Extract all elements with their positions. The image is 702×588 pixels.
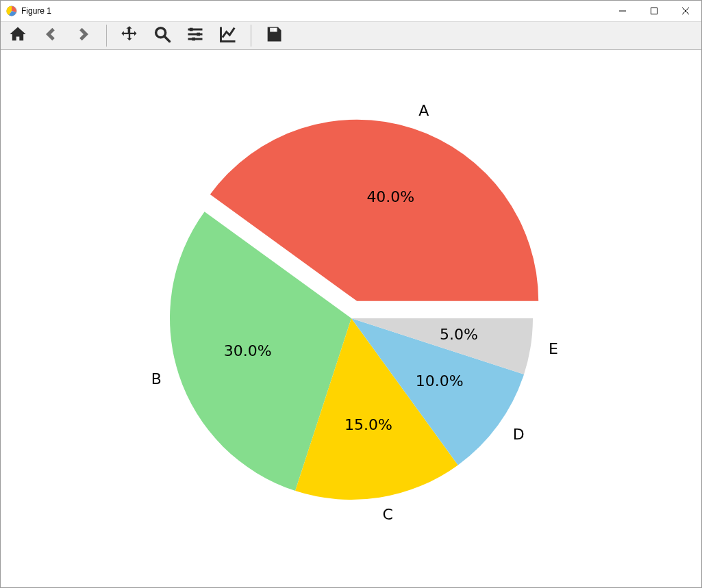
arrow-right-icon: [74, 25, 93, 47]
pie-label-C: C: [383, 506, 393, 523]
save-button[interactable]: [262, 24, 286, 47]
sliders-icon: [186, 25, 205, 47]
zoom-icon: [153, 25, 172, 47]
back-button[interactable]: [39, 24, 62, 47]
arrow-left-icon: [41, 25, 60, 47]
chart-canvas[interactable]: 40.0%A30.0%B15.0%C10.0%D5.0%E: [1, 50, 701, 587]
figure-window: Figure 1: [0, 0, 702, 588]
svg-rect-5: [192, 38, 195, 41]
forward-button[interactable]: [72, 24, 95, 47]
pie-label-A: A: [418, 102, 429, 119]
axes-button[interactable]: [216, 24, 240, 47]
pie-label-B: B: [151, 370, 162, 387]
configure-button[interactable]: [184, 24, 207, 47]
pan-button[interactable]: [118, 24, 141, 47]
toolbar: [1, 22, 701, 50]
maximize-button[interactable]: [638, 1, 670, 21]
minimize-button[interactable]: [607, 1, 638, 21]
pie-percent-C: 15.0%: [344, 416, 392, 433]
svg-rect-3: [190, 28, 193, 31]
svg-rect-1: [651, 8, 657, 14]
window-title: Figure 1: [21, 6, 51, 16]
titlebar: Figure 1: [1, 1, 701, 22]
pie-chart: 40.0%A30.0%B15.0%C10.0%D5.0%E: [1, 50, 701, 587]
save-icon: [264, 25, 284, 47]
close-button[interactable]: [670, 1, 701, 21]
app-icon: [6, 5, 17, 16]
toolbar-separator: [251, 25, 251, 47]
pie-percent-B: 30.0%: [224, 342, 272, 359]
toolbar-separator: [106, 25, 107, 47]
chart-line-icon: [218, 25, 238, 47]
pie-percent-D: 10.0%: [416, 372, 464, 389]
move-icon: [120, 25, 139, 47]
zoom-button[interactable]: [151, 24, 174, 47]
pie-percent-E: 5.0%: [440, 326, 478, 343]
pie-percent-A: 40.0%: [366, 188, 414, 205]
pie-label-D: D: [513, 426, 525, 443]
svg-rect-6: [274, 28, 276, 31]
home-icon: [8, 25, 27, 47]
svg-rect-4: [197, 33, 200, 36]
home-button[interactable]: [6, 24, 29, 47]
pie-label-E: E: [549, 340, 558, 357]
